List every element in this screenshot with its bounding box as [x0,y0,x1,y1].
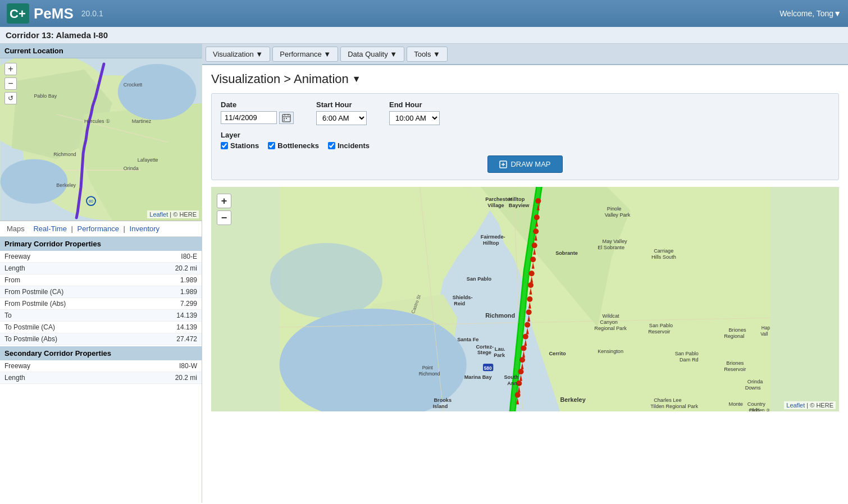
svg-text:Marina Bay: Marina Bay [464,374,493,380]
table-row: FreewayI80-W [0,360,202,372]
prop-value: 27.472 [111,333,202,345]
table-row: To14.139 [0,310,202,322]
svg-text:Shields-: Shields- [453,295,473,300]
svg-text:Richmond: Richmond [419,371,440,377]
main-leaflet-link[interactable]: Leaflet [786,402,805,409]
svg-text:C+: C+ [10,7,26,21]
svg-text:Charles Lee: Charles Lee [654,397,681,403]
svg-text:Vall: Vall [760,331,768,337]
leaflet-link[interactable]: Leaflet [149,211,168,218]
mini-zoom-in-button[interactable]: + [4,63,17,75]
svg-text:Hap: Hap [762,325,771,331]
current-location-header: Current Location [0,44,202,58]
secondary-props-table: FreewayI80-WLength20.2 mi [0,360,202,384]
corridor-title-bar: Corridor 13: Alameda I-80 [0,27,848,44]
incidents-checkbox[interactable] [328,142,335,149]
date-input[interactable] [221,111,277,124]
svg-text:Valley Park: Valley Park [605,212,631,218]
logo-area: C+ PeMS 20.0.1 [7,3,103,24]
prop-label: Freeway [0,251,111,263]
svg-text:South: South [504,374,519,380]
svg-text:Regional: Regional [724,333,744,339]
performance-link[interactable]: Performance [77,224,119,233]
svg-point-54 [528,282,534,288]
svg-point-38 [270,243,382,318]
main-layout: Current Location + − ↺ [0,44,848,503]
end-hour-select[interactable]: 6:00 AM7:00 AM8:00 AM9:00 AM10:00 AM11:0… [389,111,440,125]
content-area: Visualization ▼ Performance ▼ Data Quali… [202,44,848,503]
sidebar: Current Location + − ↺ [0,44,202,503]
end-hour-control-group: End Hour 6:00 AM7:00 AM8:00 AM9:00 AM10:… [389,100,440,125]
svg-point-10 [1,159,68,204]
table-row: To Postmile (Abs)27.472 [0,333,202,345]
svg-text:Bayview: Bayview [509,203,530,208]
bottlenecks-checkbox[interactable] [268,142,275,149]
bottlenecks-checkbox-label[interactable]: Bottlenecks [268,141,319,150]
svg-text:Hilltop: Hilltop [483,240,499,246]
svg-text:Parchester: Parchester [485,196,512,202]
realtime-link[interactable]: Real-Time [33,224,66,233]
calendar-icon [282,113,291,122]
page-title: Visualization > Animation ▼ [211,72,839,86]
svg-text:Crockett: Crockett [124,82,143,88]
calendar-button[interactable] [279,112,294,124]
svg-text:Briones: Briones [726,360,744,366]
mini-reset-button[interactable]: ↺ [4,92,17,104]
tools-menu-btn[interactable]: Tools ▼ [407,47,448,62]
svg-text:Briones: Briones [729,327,746,333]
svg-point-64 [521,346,527,351]
draw-map-button[interactable]: DRAW MAP [487,155,562,173]
stations-checkbox[interactable] [221,142,228,149]
svg-text:Orinda: Orinda [124,166,139,171]
svg-text:Ann...: Ann... [507,381,521,386]
pems-logo-icon: C+ [7,3,29,24]
svg-point-56 [527,296,532,302]
table-row: FreewayI80-E [0,251,202,263]
svg-text:Berkeley: Berkeley [56,182,76,188]
performance-menu-btn[interactable]: Performance ▼ [272,47,338,62]
start-hour-select[interactable]: 12:00 AM1:00 AM2:00 AM3:00 AM4:00 AM5:00… [316,111,367,125]
prop-value: 1.989 [111,274,202,286]
table-row: From Postmile (Abs)7.299 [0,298,202,310]
visualization-menu-btn[interactable]: Visualization ▼ [206,47,270,62]
maps-label: Maps [7,224,25,233]
main-zoom-out-button[interactable]: − [217,210,231,225]
svg-text:Point: Point [422,365,434,370]
svg-point-48 [532,242,537,248]
app-version-label: 20.0.1 [81,9,103,18]
prop-label: Length [0,263,111,274]
map-links-bar: Maps Real-Time | Performance | Inventory [0,221,202,237]
page-title-dropdown[interactable]: ▼ [352,74,361,84]
start-hour-label: Start Hour [316,100,367,109]
svg-text:Reid: Reid [454,301,465,306]
prop-label: To [0,310,111,322]
svg-point-11 [118,64,197,120]
app-name-label: PeMS [34,5,74,22]
svg-rect-26 [284,118,285,119]
draw-map-btn-container: DRAW MAP [221,155,829,173]
table-row: Length20.2 mi [0,372,202,384]
main-zoom-in-button[interactable]: + [217,194,231,208]
table-row: From Postmile (CA)1.989 [0,286,202,298]
svg-text:Cortez-: Cortez- [476,344,494,350]
welcome-text: Welcome, Tong▼ [779,9,841,18]
welcome-area[interactable]: Welcome, Tong▼ [779,9,841,18]
prop-label: To Postmile (CA) [0,322,111,333]
svg-text:Hercules ①: Hercules ① [84,118,110,124]
svg-text:80: 80 [89,199,93,203]
svg-text:Berkeley: Berkeley [560,396,586,403]
svg-rect-27 [286,118,287,119]
svg-text:Park: Park [494,352,505,358]
svg-point-66 [519,357,525,363]
svg-text:Wildcat: Wildcat [603,313,619,319]
stations-checkbox-label[interactable]: Stations [221,141,259,150]
svg-text:Reservoir: Reservoir [724,366,746,372]
controls-row-2: Layer Stations Bottlenecks [221,131,829,150]
mini-map: + − ↺ [0,58,202,221]
mini-zoom-out-button[interactable]: − [4,77,17,90]
svg-text:May Valley: May Valley [603,239,628,244]
svg-text:Richmond: Richmond [53,152,76,157]
incidents-checkbox-label[interactable]: Incidents [328,141,370,150]
inventory-link[interactable]: Inventory [130,224,159,233]
data-quality-menu-btn[interactable]: Data Quality ▼ [340,47,404,62]
